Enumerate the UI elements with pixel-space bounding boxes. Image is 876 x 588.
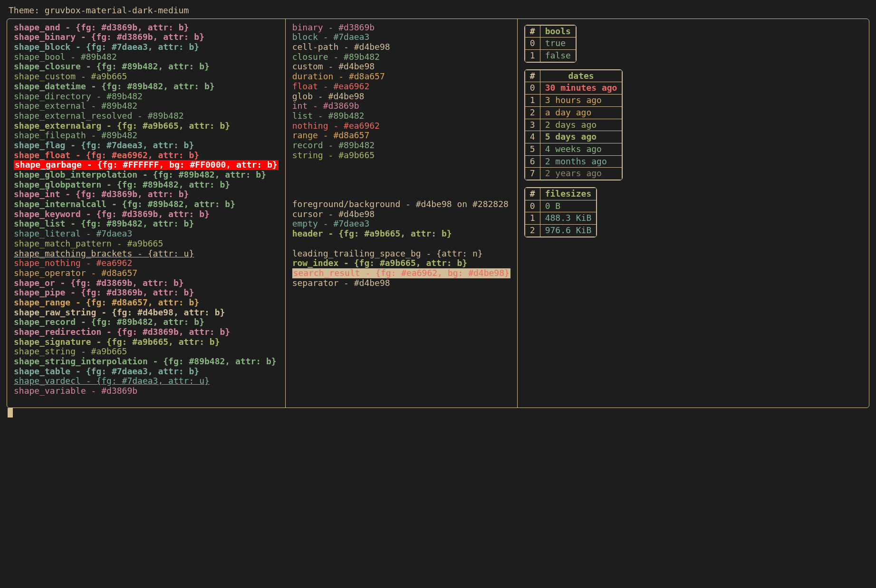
table-row: 2a day ago xyxy=(525,106,622,119)
terminal-screen: Theme: gruvbox-material-dark-medium shap… xyxy=(0,0,876,425)
theme-entry: shape_float - {fg: #ea6962, attr: b} xyxy=(14,151,279,161)
table-row: 54 weeks ago xyxy=(525,143,622,155)
theme-entry: shape_literal - #7daea3 xyxy=(14,229,279,239)
theme-entry: custom - #d4be98 xyxy=(292,62,510,72)
theme-entry: shape_string_interpolation - {fg: #89b48… xyxy=(14,357,279,367)
theme-entry: shape_table - {fg: #7daea3, attr: b} xyxy=(14,367,279,377)
table-row: 13 hours ago xyxy=(525,95,622,107)
theme-entry: block - #7daea3 xyxy=(292,32,510,42)
theme-entry: shape_internalcall - {fg: #89b482, attr:… xyxy=(14,199,279,209)
theme-entry: duration - #d8a657 xyxy=(292,72,510,82)
table-row: 32 days ago xyxy=(525,119,622,131)
table-row: 1488.3 KiB xyxy=(525,212,596,225)
theme-entry: shape_redirection - {fg: #d3869b, attr: … xyxy=(14,327,279,337)
cursor xyxy=(8,408,13,417)
theme-entry: shape_or - {fg: #d3869b, attr: b} xyxy=(14,278,279,288)
theme-entry: shape_bool - #89b482 xyxy=(14,52,279,62)
title-prefix: Theme: xyxy=(9,5,45,15)
theme-panel: shape_and - {fg: #d3869b, attr: b}shape_… xyxy=(7,19,869,408)
table-row: 45 days ago xyxy=(525,131,622,143)
theme-name: gruvbox-material-dark-medium xyxy=(45,5,189,15)
theme-entry: shape_custom - #a9b665 xyxy=(14,72,279,82)
theme-entry: shape_directory - #89b482 xyxy=(14,92,279,102)
theme-entry: shape_binary - {fg: #d3869b, attr: b} xyxy=(14,32,279,42)
theme-entry: shape_record - {fg: #89b482, attr: b} xyxy=(14,317,279,327)
theme-entry: shape_keyword - {fg: #d3869b, attr: b} xyxy=(14,209,279,219)
theme-entry: shape_filepath - #89b482 xyxy=(14,131,279,141)
theme-entry: binary - #d3869b xyxy=(292,23,510,33)
theme-entry: record - #89b482 xyxy=(292,141,510,151)
examples-column: #bools0true1false #dates030 minutes ago1… xyxy=(518,19,869,408)
theme-entry: shape_nothing - #ea6962 xyxy=(14,258,279,268)
theme-entry: shape_block - {fg: #7daea3, attr: b} xyxy=(14,42,279,52)
theme-entry: shape_glob_interpolation - {fg: #89b482,… xyxy=(14,170,279,180)
theme-entry: header - {fg: #a9b665, attr: b} xyxy=(292,229,510,239)
theme-entry: float - #ea6962 xyxy=(292,82,510,92)
theme-entry: shape_flag - {fg: #7daea3, attr: b} xyxy=(14,141,279,151)
theme-entry: shape_signature - {fg: #a9b665, attr: b} xyxy=(14,337,279,347)
theme-entry: shape_closure - {fg: #89b482, attr: b} xyxy=(14,62,279,72)
theme-entry: shape_list - {fg: #89b482, attr: b} xyxy=(14,219,279,229)
theme-entry: row_index - {fg: #a9b665, attr: b} xyxy=(292,258,510,268)
theme-entry: shape_datetime - {fg: #89b482, attr: b} xyxy=(14,82,279,92)
theme-entry: shape_external_resolved - #89b482 xyxy=(14,111,279,121)
table-row: 2976.6 KiB xyxy=(525,225,596,237)
theme-entry: shape_garbage - {fg: #FFFFFF, bg: #FF000… xyxy=(14,160,279,170)
theme-entry: separator - #d4be98 xyxy=(292,278,510,288)
theme-entry: closure - #89b482 xyxy=(292,52,510,62)
theme-entry: shape_range - {fg: #d8a657, attr: b} xyxy=(14,298,279,308)
theme-entry: shape_matching_brackets - {attr: u} xyxy=(14,249,279,259)
theme-entry: shape_raw_string - {fg: #d4be98, attr: b… xyxy=(14,308,279,318)
theme-entry: range - #d8a657 xyxy=(292,131,510,141)
theme-entry: int - #d3869b xyxy=(292,101,510,111)
filesizes-table: #filesizes0 0 B1488.3 KiB2976.6 KiB xyxy=(524,187,597,237)
theme-entry: foreground/background - #d4be98 on #2828… xyxy=(292,199,510,209)
theme-entry: cell-path - #d4be98 xyxy=(292,42,510,52)
types-column: binary - #d3869bblock - #7daea3cell-path… xyxy=(286,19,518,408)
table-row: 030 minutes ago xyxy=(525,82,622,95)
theme-entry: shape_pipe - {fg: #d3869b, attr: b} xyxy=(14,288,279,298)
bools-table: #bools0true1false xyxy=(524,25,577,63)
theme-entry: search_result - {fg: #ea6962, bg: #d4be9… xyxy=(292,268,510,278)
theme-entry: string - #a9b665 xyxy=(292,151,510,161)
table-row: 0true xyxy=(525,38,576,50)
theme-entry: shape_string - #a9b665 xyxy=(14,347,279,357)
theme-entry: shape_external - #89b482 xyxy=(14,101,279,111)
theme-entry: list - #89b482 xyxy=(292,111,510,121)
theme-entry: shape_operator - #d8a657 xyxy=(14,268,279,278)
theme-entry: shape_int - {fg: #d3869b, attr: b} xyxy=(14,190,279,199)
table-row: 1false xyxy=(525,50,576,62)
theme-entry: nothing - #ea6962 xyxy=(292,121,510,131)
shapes-column: shape_and - {fg: #d3869b, attr: b}shape_… xyxy=(7,19,286,408)
theme-entry: shape_vardecl - {fg: #7daea3, attr: u} xyxy=(14,376,279,386)
theme-entry: cursor - #d4be98 xyxy=(292,209,510,219)
table-row: 0 0 B xyxy=(525,200,596,212)
theme-entry: shape_and - {fg: #d3869b, attr: b} xyxy=(14,23,279,33)
theme-entry: shape_match_pattern - #a9b665 xyxy=(14,239,279,249)
theme-entry: shape_externalarg - {fg: #a9b665, attr: … xyxy=(14,121,279,131)
theme-entry: shape_globpattern - {fg: #89b482, attr: … xyxy=(14,180,279,190)
theme-title: Theme: gruvbox-material-dark-medium xyxy=(7,5,869,19)
theme-entry: leading_trailing_space_bg - {attr: n} xyxy=(292,249,510,259)
dates-table: #dates030 minutes ago13 hours ago2a day … xyxy=(524,69,623,180)
theme-entry: shape_variable - #d3869b xyxy=(14,386,279,396)
theme-entry: empty - #7daea3 xyxy=(292,219,510,229)
table-row: 62 months ago xyxy=(525,155,622,168)
theme-entry: glob - #d4be98 xyxy=(292,92,510,102)
table-row: 72 years ago xyxy=(525,168,622,180)
